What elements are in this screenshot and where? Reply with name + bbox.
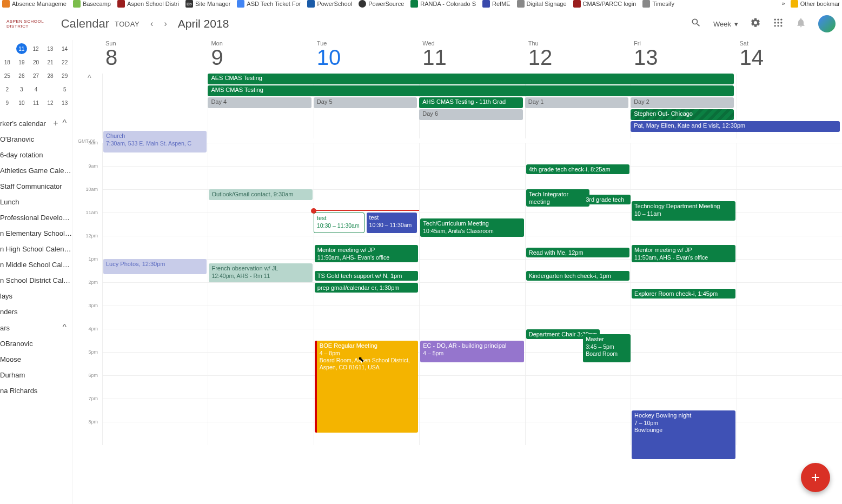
- time-cell[interactable]: [631, 143, 736, 166]
- time-cell[interactable]: [737, 143, 842, 166]
- time-cell[interactable]: [525, 399, 631, 422]
- day-header[interactable]: Tue10: [314, 40, 419, 74]
- other-bookmarks[interactable]: Other bookmar: [791, 0, 840, 8]
- view-picker[interactable]: Week▾: [713, 20, 738, 28]
- calendar-list-item[interactable]: n High School Calend...: [0, 241, 72, 257]
- time-cell[interactable]: [419, 236, 525, 259]
- day-header[interactable]: Sat14: [737, 40, 842, 74]
- time-cell[interactable]: [525, 143, 631, 166]
- mini-cal-day[interactable]: 28: [43, 69, 58, 83]
- time-cell[interactable]: [208, 329, 313, 352]
- mini-calendar[interactable]: 1112131418192021222526272829234591011121…: [0, 40, 72, 115]
- mini-cal-day[interactable]: 14: [57, 42, 72, 56]
- mini-cal-day[interactable]: 11: [16, 43, 27, 54]
- prev-period-button[interactable]: ‹: [150, 19, 153, 29]
- other-calendars-header[interactable]: ars ^: [0, 320, 72, 336]
- time-cell[interactable]: [419, 399, 525, 422]
- time-cell[interactable]: [208, 236, 313, 259]
- scrollbar[interactable]: [838, 40, 842, 504]
- calendar-list-item[interactable]: 6-day rotation: [0, 147, 72, 163]
- mini-cal-day[interactable]: 27: [29, 69, 43, 83]
- time-cell[interactable]: [208, 213, 313, 236]
- time-cell[interactable]: [525, 375, 631, 399]
- time-cell[interactable]: [314, 166, 419, 189]
- calendar-event[interactable]: EC - DO, AR - building principal4 – 5pm: [420, 341, 523, 362]
- time-cell[interactable]: [314, 306, 419, 329]
- allday-event[interactable]: AHS CMAS Testing - 11th Grad: [419, 97, 522, 108]
- gear-icon[interactable]: [750, 17, 761, 30]
- allday-event[interactable]: Day 2: [631, 97, 734, 108]
- calendar-event[interactable]: Tech Integrator meeting9:30am, AMS -: [526, 189, 589, 207]
- time-cell[interactable]: [525, 213, 631, 236]
- bookmark-item[interactable]: Digital Signage: [517, 0, 567, 8]
- time-cell[interactable]: [737, 306, 842, 329]
- time-cell[interactable]: [102, 329, 208, 352]
- time-cell[interactable]: [737, 282, 842, 306]
- allday-collapse-icon[interactable]: ^: [88, 74, 91, 82]
- calendar-list-item[interactable]: OBranovic: [0, 336, 72, 352]
- time-cell[interactable]: [419, 422, 525, 445]
- time-cell[interactable]: [102, 166, 208, 189]
- calendar-list-item[interactable]: O'Branovic: [0, 131, 72, 147]
- time-cell[interactable]: [102, 213, 208, 236]
- day-header[interactable]: Thu12: [525, 40, 631, 74]
- bookmark-item[interactable]: ASD Tech Ticket For: [237, 0, 301, 8]
- calendar-list-item[interactable]: Durham: [0, 367, 72, 383]
- time-cell[interactable]: [737, 375, 842, 399]
- mini-cal-day[interactable]: [0, 42, 15, 56]
- calendar-list-item[interactable]: n School District Cale...: [0, 273, 72, 288]
- mini-cal-day[interactable]: 9: [0, 96, 15, 110]
- mini-cal-day[interactable]: 5: [57, 83, 72, 96]
- time-cell[interactable]: [737, 329, 842, 352]
- time-cell[interactable]: [208, 166, 313, 189]
- calendar-event[interactable]: French observation w/ JL12:40pm, AHS - R…: [209, 263, 312, 282]
- allday-event[interactable]: Stephen Out- Chicago: [631, 109, 734, 120]
- calendar-list-item[interactable]: Moose: [0, 352, 72, 367]
- calendar-list-item[interactable]: Athletics Game Calen...: [0, 163, 72, 178]
- time-cell[interactable]: [737, 166, 842, 189]
- chevron-up-icon[interactable]: ^: [62, 323, 67, 333]
- time-cell[interactable]: [631, 166, 736, 189]
- time-cell[interactable]: [631, 329, 736, 352]
- time-cell[interactable]: [208, 352, 313, 375]
- calendar-event[interactable]: Kindergarten tech check-i, 1pm: [526, 271, 629, 281]
- calendar-list-item[interactable]: Professional Develop...: [0, 210, 72, 226]
- calendar-list-item[interactable]: nders: [0, 304, 72, 320]
- mini-cal-day[interactable]: 29: [57, 69, 72, 83]
- calendar-event[interactable]: test10:30 – 11:30am: [314, 213, 364, 233]
- calendar-event[interactable]: Mentor meeting w/ JP11:50am, AHS - Evan'…: [632, 245, 735, 262]
- allday-column[interactable]: [102, 74, 208, 138]
- search-icon[interactable]: [691, 17, 701, 30]
- calendar-event[interactable]: prep gmail/calendar er, 1:30pm: [315, 283, 418, 293]
- time-cell[interactable]: [419, 259, 525, 282]
- mini-cal-day[interactable]: 12: [43, 96, 58, 110]
- time-cell[interactable]: [102, 306, 208, 329]
- mini-cal-day[interactable]: 13: [57, 96, 72, 110]
- bookmark-item[interactable]: PowerSchool: [307, 0, 352, 8]
- time-cell[interactable]: [737, 422, 842, 445]
- create-event-fab[interactable]: +: [801, 463, 830, 492]
- time-cell[interactable]: [419, 166, 525, 189]
- calendar-event[interactable]: Tech/Curriculum Meeting10:45am, Anita's …: [420, 218, 523, 237]
- calendar-event[interactable]: Technology Department Meeting10 – 11am: [632, 201, 735, 221]
- calendar-event[interactable]: Mentor meeting w/ JP11:50am, AHS- Evan's…: [315, 245, 418, 262]
- apps-icon[interactable]: [773, 17, 784, 30]
- time-cell[interactable]: [208, 282, 313, 306]
- calendar-event[interactable]: TS Gold tech support w/ N, 1pm: [315, 271, 418, 281]
- bookmark-item[interactable]: Timesify: [642, 0, 674, 8]
- mini-cal-day[interactable]: 25: [0, 69, 15, 83]
- calendar-event[interactable]: 3rd grade tech c: [583, 195, 631, 204]
- bookmark-item[interactable]: Aspen School Distri: [117, 0, 179, 8]
- time-cell[interactable]: [102, 282, 208, 306]
- time-cell[interactable]: [102, 189, 208, 213]
- time-cell[interactable]: [314, 189, 419, 213]
- calendar-event[interactable]: test10:30 – 11:30am: [367, 213, 417, 233]
- calendar-event[interactable]: 4th grade tech check-i, 8:25am: [526, 164, 629, 174]
- calendar-list-item[interactable]: n Elementary School ...: [0, 226, 72, 241]
- bookmark-item[interactable]: RANDA - Colorado S: [410, 0, 476, 8]
- time-cell[interactable]: [525, 282, 631, 306]
- time-cell[interactable]: [419, 189, 525, 213]
- calendar-event[interactable]: Outlook/Gmail contact, 9:30am: [209, 189, 312, 200]
- time-cell[interactable]: [737, 236, 842, 259]
- day-header[interactable]: Wed11: [419, 40, 525, 74]
